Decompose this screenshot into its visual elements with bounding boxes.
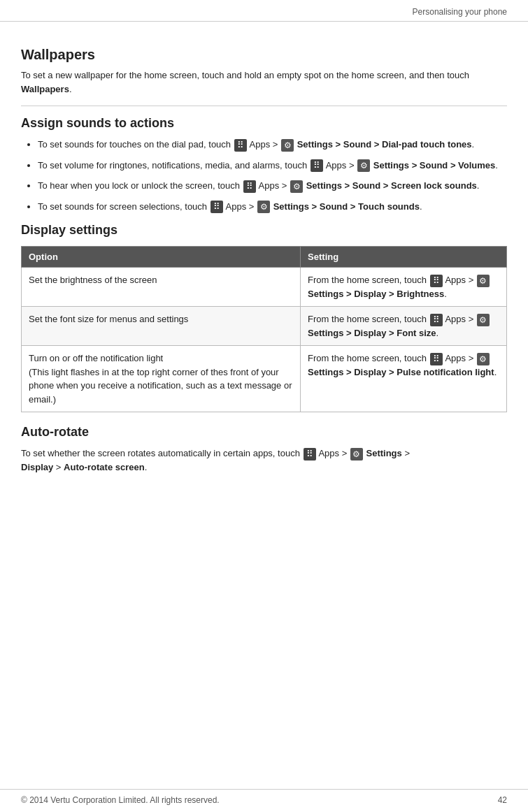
- apps-icon-3: [243, 180, 256, 193]
- setting-3: From the home screen, touch Apps > Setti…: [301, 346, 507, 412]
- wallpapers-heading: Wallpapers: [21, 47, 507, 63]
- auto-rotate-apps: Apps >: [318, 448, 349, 458]
- col-option-header: Option: [22, 247, 301, 268]
- wallpapers-intro: To set a new wallpaper for the home scre…: [21, 70, 469, 80]
- option-3: Turn on or off the notification light (T…: [22, 346, 301, 412]
- list-item: To hear when you lock or unlock the scre…: [38, 179, 507, 193]
- apps-icon-t3: [430, 353, 443, 365]
- wallpapers-bold: Wallpapers: [21, 84, 69, 94]
- page-header: Personalising your phone: [0, 0, 528, 22]
- bullet-1-apps: Apps >: [250, 139, 280, 150]
- setting-3-cmd: Settings > Display > Pulse notification …: [308, 367, 494, 377]
- assign-sounds-list: To set sounds for touches on the dial pa…: [38, 138, 507, 213]
- bullet-2-prefix: To set volume for ringtones, notificatio…: [38, 160, 310, 171]
- settings-icon-2: [357, 159, 370, 172]
- setting-1: From the home screen, touch Apps > Setti…: [301, 268, 507, 307]
- table-row: Turn on or off the notification light (T…: [22, 346, 507, 412]
- bullet-4-prefix: To set sounds for screen selections, tou…: [38, 201, 210, 212]
- settings-icon-t1: [477, 275, 490, 287]
- wallpapers-text: To set a new wallpaper for the home scre…: [21, 68, 507, 96]
- settings-icon-ar: [350, 448, 363, 461]
- setting-1-cmd: Settings > Display > Brightness: [308, 289, 444, 299]
- divider-1: [21, 106, 507, 106]
- setting-2: From the home screen, touch Apps > Setti…: [301, 307, 507, 346]
- col-setting-header: Setting: [301, 247, 507, 268]
- page-footer: © 2014 Vertu Corporation Limited. All ri…: [0, 789, 528, 805]
- list-item: To set volume for ringtones, notificatio…: [38, 159, 507, 173]
- option-2: Set the font size for menus and settings: [22, 307, 301, 346]
- copyright: © 2014 Vertu Corporation Limited. All ri…: [21, 795, 220, 805]
- table-header-row: Option Setting: [22, 247, 507, 268]
- table-row: Set the font size for menus and settings…: [22, 307, 507, 346]
- auto-rotate-prefix: To set whether the screen rotates automa…: [21, 448, 303, 458]
- bullet-1-cmd: Settings > Sound > Dial-pad touch tones: [297, 139, 472, 150]
- bullet-3-prefix: To hear when you lock or unlock the scre…: [38, 180, 243, 191]
- display-settings-table: Option Setting Set the brightness of the…: [21, 246, 507, 412]
- settings-icon-3: [290, 180, 303, 193]
- settings-icon-t2: [477, 314, 490, 326]
- settings-icon-t3: [477, 353, 490, 365]
- display-settings-heading: Display settings: [21, 223, 507, 238]
- apps-icon-t2: [430, 314, 443, 326]
- auto-rotate-text: To set whether the screen rotates automa…: [21, 447, 507, 474]
- bullet-4-cmd: Settings > Sound > Touch sounds: [273, 201, 420, 212]
- page-content: Wallpapers To set a new wallpaper for th…: [0, 22, 528, 523]
- list-item: To set sounds for touches on the dial pa…: [38, 138, 507, 152]
- setting-2-cmd: Settings > Display > Font size: [308, 328, 436, 338]
- auto-rotate-cmd: Settings: [366, 448, 401, 458]
- bullet-2-cmd: Settings > Sound > Volumes: [373, 160, 496, 171]
- assign-sounds-heading: Assign sounds to actions: [21, 116, 507, 131]
- header-title: Personalising your phone: [413, 7, 507, 17]
- wallpapers-end: .: [69, 84, 72, 94]
- apps-icon-1: [234, 139, 247, 152]
- apps-icon-2: [311, 159, 323, 172]
- apps-icon-ar: [304, 448, 316, 461]
- bullet-4-apps: Apps >: [226, 201, 257, 212]
- bullet-3-cmd: Settings > Sound > Screen lock sounds: [306, 180, 477, 191]
- table-row: Set the brightness of the screen From th…: [22, 268, 507, 307]
- apps-icon-t1: [430, 275, 443, 287]
- bullet-3-apps: Apps >: [259, 180, 290, 191]
- list-item: To set sounds for screen selections, tou…: [38, 200, 507, 214]
- settings-icon-4: [257, 201, 270, 213]
- bullet-2-apps: Apps >: [326, 160, 357, 171]
- apps-icon-4: [211, 201, 223, 213]
- page-number: 42: [498, 795, 507, 805]
- settings-icon-1: [281, 139, 294, 152]
- option-1: Set the brightness of the screen: [22, 268, 301, 307]
- auto-rotate-heading: Auto-rotate: [21, 425, 507, 440]
- bullet-1-prefix: To set sounds for touches on the dial pa…: [38, 139, 234, 150]
